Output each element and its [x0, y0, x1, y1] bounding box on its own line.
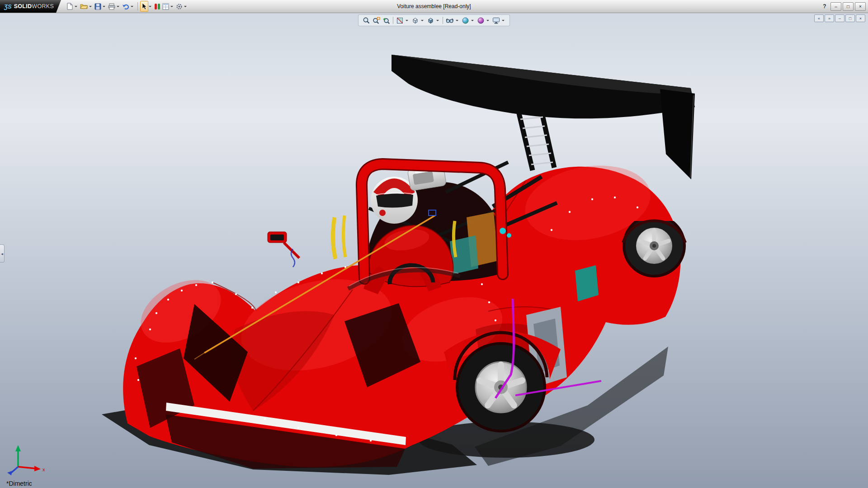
- brand-primary: SOLID: [14, 3, 32, 9]
- minimize-document-button[interactable]: –: [835, 14, 844, 22]
- previous-view-button[interactable]: [382, 16, 391, 25]
- ds-logo-icon: ƷS: [4, 3, 12, 10]
- view-settings-caret[interactable]: [502, 20, 505, 21]
- view-orientation-caret[interactable]: [421, 20, 424, 21]
- helmet-visor: [376, 193, 413, 207]
- display-style-caret[interactable]: [436, 20, 439, 21]
- apply-scene-button[interactable]: [476, 16, 486, 25]
- side-mirror[interactable]: [268, 232, 299, 258]
- zoom-to-fit-button[interactable]: [362, 16, 371, 25]
- new-document-button[interactable]: [66, 1, 74, 11]
- undo-arrow-icon: [122, 3, 129, 9]
- wing-support-struts[interactable]: [519, 112, 554, 170]
- collapse-left-button[interactable]: «: [814, 14, 824, 22]
- select-tool-button[interactable]: [140, 1, 148, 12]
- document-window-controls: « » – □ ×: [814, 14, 865, 22]
- view-settings-button[interactable]: [491, 16, 501, 25]
- view-settings-monitor-icon: [492, 17, 500, 24]
- new-document-caret[interactable]: [75, 6, 77, 7]
- hide-show-items-caret[interactable]: [456, 20, 458, 21]
- solidworks-logo: ƷS SOLID WORKS: [0, 0, 61, 13]
- undo-caret[interactable]: [131, 6, 133, 7]
- view-orientation-button[interactable]: [410, 16, 420, 25]
- edit-appearance-sphere-icon: [462, 17, 469, 24]
- view-orientation-label: *Dimetric: [6, 480, 32, 487]
- triad-z-axis: [7, 471, 12, 475]
- triad-y-axis: [15, 445, 21, 451]
- help-button[interactable]: ?: [820, 3, 829, 9]
- undo-button[interactable]: [121, 1, 130, 11]
- file-properties-caret[interactable]: [170, 6, 173, 7]
- task-pane-collapse-tab[interactable]: ◀: [0, 244, 5, 263]
- options-button[interactable]: [175, 1, 184, 11]
- edit-appearance-caret[interactable]: [471, 20, 474, 21]
- options-caret[interactable]: [184, 6, 187, 7]
- minimize-window-button[interactable]: –: [830, 2, 841, 11]
- headsup-view-toolbar: [358, 14, 510, 26]
- zoom-to-area-icon: [373, 17, 380, 24]
- print-caret[interactable]: [117, 6, 119, 7]
- titlebar: ƷS SOLID WORKS: [0, 0, 868, 13]
- model-scene[interactable]: x: [0, 13, 868, 488]
- restore-document-button[interactable]: □: [845, 14, 855, 22]
- new-document-icon: [66, 3, 73, 10]
- apply-scene-caret[interactable]: [486, 20, 489, 21]
- collapse-right-button[interactable]: »: [825, 14, 834, 22]
- rebuild-icon: [154, 3, 160, 10]
- triad-x-label: x: [42, 467, 45, 472]
- save-disk-icon: [94, 3, 101, 10]
- previous-view-icon: [382, 17, 390, 24]
- print-button[interactable]: [107, 1, 116, 11]
- headsup-separator: [393, 17, 393, 24]
- open-button[interactable]: [79, 1, 89, 11]
- open-folder-icon: [80, 3, 88, 9]
- headsup-separator-2: [443, 17, 443, 24]
- orientation-triad: x: [7, 445, 45, 475]
- display-style-button[interactable]: [426, 16, 435, 25]
- triad-x-axis: [34, 466, 41, 471]
- rebuild-button[interactable]: [153, 1, 161, 11]
- apply-scene-sphere-icon: [477, 17, 485, 24]
- brand-secondary: WORKS: [32, 3, 54, 9]
- teal-side-panel[interactable]: [575, 265, 599, 301]
- zoom-to-fit-icon: [363, 17, 370, 24]
- section-view-caret[interactable]: [406, 20, 408, 21]
- section-view-icon: [396, 17, 404, 24]
- close-document-button[interactable]: ×: [856, 14, 865, 22]
- open-caret[interactable]: [89, 6, 92, 7]
- view-orientation-cube-icon: [411, 17, 419, 24]
- hide-show-items-button[interactable]: [445, 16, 455, 25]
- save-caret[interactable]: [103, 6, 105, 7]
- zoom-to-area-button[interactable]: [372, 16, 381, 25]
- file-properties-button[interactable]: [161, 1, 170, 11]
- toolbar-separator: [137, 2, 138, 10]
- viewport-canvas[interactable]: x: [0, 13, 868, 488]
- main-toolbar: [66, 1, 189, 12]
- display-style-icon: [427, 17, 434, 24]
- close-window-button[interactable]: ×: [855, 2, 866, 11]
- rear-right-wheel[interactable]: [623, 214, 686, 277]
- select-cursor-icon: [142, 3, 147, 10]
- printer-icon: [108, 3, 115, 10]
- window-controls: ? – □ ×: [820, 2, 868, 11]
- section-view-button[interactable]: [395, 16, 405, 25]
- save-button[interactable]: [94, 1, 102, 11]
- select-tool-caret[interactable]: [149, 6, 151, 7]
- hide-show-glasses-icon: [446, 17, 454, 24]
- options-gear-icon: [176, 3, 183, 10]
- restore-window-button[interactable]: □: [843, 2, 854, 11]
- edit-appearance-button[interactable]: [461, 16, 470, 25]
- file-properties-icon: [162, 3, 169, 10]
